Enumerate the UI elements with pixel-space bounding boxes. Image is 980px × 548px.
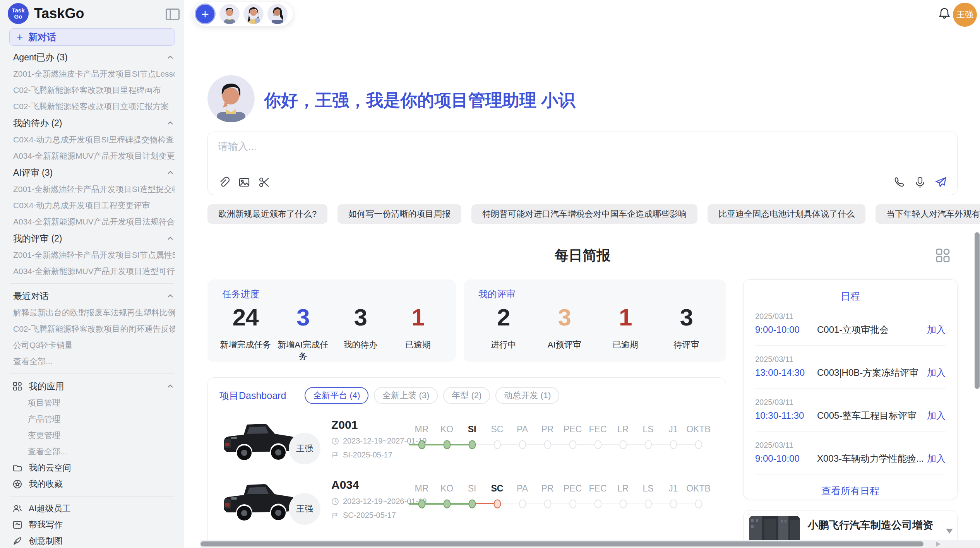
list-item[interactable]: Z001-全新燃油皮卡产品开发项目SI节点Lesson Learn报告: [9, 66, 175, 82]
daily-brief-title: 每日简报: [207, 246, 958, 265]
section-title: 我的待办 (2): [13, 117, 62, 129]
sidebar-item-ai-employee[interactable]: AI超级员工: [9, 500, 175, 517]
phone-icon[interactable]: [893, 176, 905, 188]
suggestion-chip[interactable]: 欧洲新规最近颁布了什么?: [207, 204, 327, 224]
horizontal-scrollbar-thumb[interactable]: [200, 541, 923, 546]
milestone-dot: [443, 440, 451, 449]
milestone-dot: [519, 500, 526, 509]
new-chat-button[interactable]: + 新对话: [9, 28, 175, 46]
sidebar-item-help-write[interactable]: 帮我写作: [9, 517, 175, 533]
list-item[interactable]: 解释最新出台的欧盟报废车法规再生塑料比例被调至15%...: [9, 305, 175, 321]
list-item[interactable]: A034-全新新能源MUV产品开发项目造型可行性评审: [9, 263, 175, 279]
milestone-dot: [644, 440, 652, 449]
milestone-dot: [594, 500, 601, 509]
layout-grid-icon[interactable]: [934, 247, 951, 264]
section-my-todo[interactable]: 我的待办 (2): [9, 115, 175, 132]
event-name: C003|H0B-方案冻结评审: [817, 366, 927, 379]
list-item[interactable]: A034-全新新能源MUV产品开发项目法规符合性评审: [9, 214, 175, 230]
join-button[interactable]: 加入: [927, 366, 946, 379]
milestone-dot: [418, 500, 425, 509]
writing-icon: [12, 520, 22, 530]
notification-bell-icon[interactable]: [937, 7, 951, 21]
app-item-project[interactable]: 项目管理: [9, 395, 175, 411]
cloud-folder-icon: [12, 463, 22, 473]
join-button[interactable]: 加入: [927, 324, 946, 336]
divider: [755, 345, 946, 346]
view-all-schedule-link[interactable]: 查看所有日程: [744, 485, 957, 497]
chat-input[interactable]: [218, 140, 946, 152]
user-avatar[interactable]: 王强: [953, 3, 977, 27]
tab-powertrain[interactable]: 动总开发 (1): [495, 387, 559, 404]
avatar[interactable]: [267, 4, 288, 24]
divider: [10, 373, 174, 374]
scroll-right-arrow[interactable]: [936, 541, 941, 547]
stat: 2进行中: [473, 305, 534, 351]
list-item[interactable]: A034-全新新能源MUV产品开发项目计划变更表编写: [9, 148, 175, 164]
add-agent-button[interactable]: +: [195, 3, 216, 24]
app-item-product[interactable]: 产品管理: [9, 411, 175, 427]
suggestion-chip[interactable]: 如何写一份清晰的项目周报: [338, 204, 461, 224]
avatar[interactable]: [219, 4, 240, 24]
list-item[interactable]: 公司Q3轻卡销量: [9, 337, 175, 353]
stat: 24新增完成任务: [217, 305, 274, 362]
section-my-apps[interactable]: 我的应用: [9, 378, 175, 395]
collapse-sidebar-icon[interactable]: [166, 9, 180, 20]
view-all-chats[interactable]: 查看全部...: [9, 353, 175, 370]
list-item[interactable]: Z001-全新燃油轻卡产品开发项目SI节点属性5D文件评审: [9, 247, 175, 263]
list-item[interactable]: C02-飞腾新能源轻客改款项目立项汇报方案: [9, 98, 175, 115]
sidebar-item-cloud-space[interactable]: 我的云空间: [9, 460, 175, 476]
chevron-up-icon: [166, 291, 175, 301]
join-button[interactable]: 加入: [927, 452, 946, 465]
sidebar-header: Task Go TaskGo: [8, 3, 84, 24]
schedule-event: 2025/03/11 9:00-10:00 C001-立项审批会 加入: [744, 310, 957, 336]
scissors-icon[interactable]: [258, 176, 271, 188]
milestone-dot: [670, 500, 677, 509]
view-all-apps[interactable]: 查看全部...: [9, 444, 175, 460]
join-button[interactable]: 加入: [927, 409, 946, 422]
milestone-dot: [619, 440, 627, 449]
owner-badge: 王强: [289, 493, 320, 525]
scroll-down-arrow[interactable]: [946, 529, 953, 534]
sidebar-item-creative-draw[interactable]: 创意制图: [9, 533, 175, 548]
avatar[interactable]: [243, 4, 264, 24]
list-item[interactable]: Z001-全新燃油轻卡产品开发项目SI造型提交物评审: [9, 181, 175, 197]
send-icon[interactable]: [935, 176, 947, 188]
list-item[interactable]: C02-飞腾新能源轻客改款项目的闭环通告反馈情况: [9, 321, 175, 337]
truck-image: [219, 416, 300, 465]
tab-year-model[interactable]: 年型 (2): [443, 387, 490, 404]
section-recent-chats[interactable]: 最近对话: [9, 288, 175, 305]
sidebar-item-label: AI超级员工: [29, 503, 71, 514]
image-icon[interactable]: [238, 176, 250, 188]
section-ai-review[interactable]: AI评审 (3): [9, 164, 175, 181]
suggestion-chip[interactable]: 比亚迪全固态电池计划具体说了什么: [708, 204, 865, 224]
section-agent-done[interactable]: Agent已办 (3): [9, 49, 175, 66]
divider: [755, 388, 946, 389]
microphone-icon[interactable]: [914, 176, 926, 188]
list-item[interactable]: C0X4-动力总成开发项目工程变更评审: [9, 197, 175, 214]
section-title: 我的应用: [29, 380, 166, 392]
milestone-dot: [594, 440, 601, 449]
input-toolbar-right: [893, 176, 947, 188]
event-date: 2025/03/11: [755, 396, 946, 408]
stat: 1已逾期: [595, 305, 656, 351]
tab-new-body[interactable]: 全新上装 (3): [374, 387, 438, 404]
milestone-dot: [695, 440, 702, 449]
list-item[interactable]: C0X4-动力总成开发项目SI里程碑提交物检查: [9, 132, 175, 148]
suggestion-chip[interactable]: 特朗普可能对进口汽车增税会对中国车企造成哪些影响: [471, 204, 697, 224]
milestone-dot: [418, 440, 425, 449]
news-title: 小鹏飞行汽车制造公司增资: [808, 518, 933, 532]
app-item-change[interactable]: 变更管理: [9, 427, 175, 444]
section-my-review[interactable]: 我的评审 (2): [9, 230, 175, 247]
list-item[interactable]: C02-飞腾新能源轻客改款项目里程碑画布: [9, 82, 175, 98]
sidebar-item-favorites[interactable]: 我的收藏: [9, 476, 175, 492]
tab-new-platform[interactable]: 全新平台 (4): [305, 387, 368, 404]
truck-image: [219, 477, 300, 525]
milestone-dot: [644, 500, 652, 509]
attachment-icon[interactable]: [218, 176, 230, 188]
task-progress-card: 任务进度 24新增完成任务 3新增AI完成任务 3我的待办 1已逾期: [207, 279, 456, 362]
vertical-scrollbar-thumb[interactable]: [975, 232, 980, 389]
suggestion-chip[interactable]: 当下年轻人对汽车外观有怎样的喜好趋势: [875, 204, 980, 224]
my-review-card: 我的评审 2进行中 3AI预评审 1已逾期 3待评审: [464, 279, 726, 362]
milestone-dot: [695, 500, 702, 509]
milestone-dot: [569, 440, 576, 449]
